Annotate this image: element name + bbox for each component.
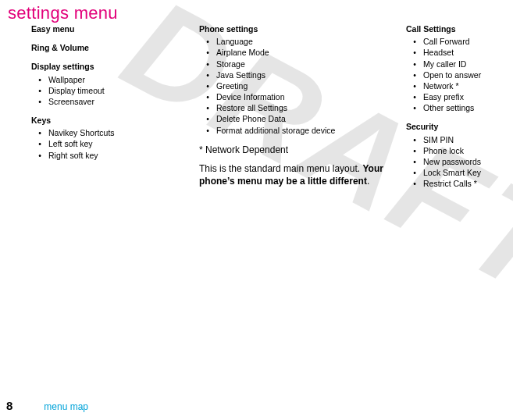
footnote-network: * Network Dependent — [199, 144, 394, 156]
bullet-icon: • — [406, 145, 423, 156]
bullet-icon: • — [406, 59, 423, 69]
bullet-icon: • — [199, 125, 216, 136]
item-label: Lock Smart Key — [423, 167, 481, 178]
bullet-icon: • — [406, 134, 423, 145]
group-keys: Keys •Navikey Shortcuts •Left soft key •… — [31, 115, 199, 161]
list-item: •Delete Phone Data — [199, 113, 394, 124]
item-label: Language — [216, 36, 253, 47]
item-label: Easy prefix — [423, 91, 464, 102]
column-1: Easy menu Ring & Volume Display settings… — [31, 23, 199, 197]
bullet-icon: • — [406, 102, 423, 113]
bullet-icon: • — [199, 36, 216, 47]
list-item: •Navikey Shortcuts — [31, 127, 199, 138]
bullet-icon: • — [199, 80, 216, 91]
bullet-icon: • — [31, 96, 48, 107]
heading: Easy menu — [31, 23, 199, 34]
bullet-icon: • — [31, 127, 48, 138]
heading: Security — [406, 121, 505, 132]
list-item: •Headset — [406, 47, 505, 58]
bullet-icon: • — [406, 167, 423, 178]
bullet-icon: • — [199, 59, 216, 69]
list-item: •Language — [199, 36, 394, 47]
columns-container: Easy menu Ring & Volume Display settings… — [31, 23, 505, 197]
heading: Phone settings — [199, 23, 394, 34]
item-label: Restrict Calls * — [423, 178, 477, 189]
list-item: •SIM PIN — [406, 134, 505, 145]
list-item: •Format additional storage device — [199, 125, 394, 136]
item-label: Delete Phone Data — [216, 113, 286, 124]
item-label: Airplane Mode — [216, 47, 269, 58]
list-item: •Airplane Mode — [199, 47, 394, 58]
list-item: •Wallpaper — [31, 74, 199, 85]
bullet-icon: • — [406, 178, 423, 189]
item-label: Java Settings — [216, 69, 265, 80]
bullet-icon: • — [199, 91, 216, 102]
bullet-icon: • — [406, 156, 423, 167]
list-item: •Screensaver — [31, 96, 199, 107]
footer: 8 menu map — [6, 399, 88, 412]
item-label: Wallpaper — [48, 74, 85, 85]
item-label: Left soft key — [48, 138, 93, 149]
bullet-icon: • — [199, 113, 216, 124]
group-display-settings: Display settings •Wallpaper •Display tim… — [31, 61, 199, 107]
footnote-text-1: This is the standard main menu layout. — [199, 163, 362, 174]
item-label: SIM PIN — [423, 134, 454, 145]
item-label: Phone lock — [423, 145, 464, 156]
column-3: Call Settings •Call Forward •Headset •My… — [406, 23, 505, 197]
list-item: •Device Information — [199, 91, 394, 102]
bullet-icon: • — [31, 74, 48, 85]
bullet-icon: • — [199, 69, 216, 80]
bullet-icon: • — [199, 102, 216, 113]
heading: Keys — [31, 115, 199, 126]
heading: Call Settings — [406, 23, 505, 34]
bullet-icon: • — [406, 91, 423, 102]
bullet-icon: • — [199, 47, 216, 58]
bullet-icon: • — [31, 138, 48, 149]
list-item: •Storage — [199, 59, 394, 69]
item-label: My caller ID — [423, 59, 466, 69]
item-label: Navikey Shortcuts — [48, 127, 115, 138]
item-label: New passwords — [423, 156, 481, 167]
item-label: Call Forward — [423, 36, 470, 47]
list-item: •Network * — [406, 80, 505, 91]
item-label: Screensaver — [48, 96, 94, 107]
list-item: •Easy prefix — [406, 91, 505, 102]
item-label: Device Information — [216, 91, 285, 102]
list-item: •Java Settings — [199, 69, 394, 80]
item-label: Restore all Settings — [216, 102, 287, 113]
page-title: settings menu — [8, 3, 118, 23]
footnote-layout: This is the standard main menu layout. Y… — [199, 162, 394, 187]
footnote-text-2: . — [367, 176, 369, 187]
list-item: •Greeting — [199, 80, 394, 91]
bullet-icon: • — [406, 47, 423, 58]
list-item: •Left soft key — [31, 138, 199, 149]
item-label: Greeting — [216, 80, 248, 91]
item-label: Format additional storage device — [216, 125, 335, 136]
list-item: •Lock Smart Key — [406, 167, 505, 178]
group-call-settings: Call Settings •Call Forward •Headset •My… — [406, 23, 505, 113]
list-item: •New passwords — [406, 156, 505, 167]
list-item: •Right soft key — [31, 150, 199, 161]
group-phone-settings: Phone settings •Language •Airplane Mode … — [199, 23, 394, 136]
item-label: Network * — [423, 80, 459, 91]
list-item: •Display timeout — [31, 85, 199, 96]
item-label: Display timeout — [48, 85, 105, 96]
group-easy-menu: Easy menu — [31, 23, 199, 34]
bullet-icon: • — [406, 69, 423, 80]
list-item: •My caller ID — [406, 59, 505, 69]
list-item: •Phone lock — [406, 145, 505, 156]
heading: Display settings — [31, 61, 199, 72]
bullet-icon: • — [31, 150, 48, 161]
list-item: •Open to answer — [406, 69, 505, 80]
list-item: •Restore all Settings — [199, 102, 394, 113]
group-security: Security •SIM PIN •Phone lock •New passw… — [406, 121, 505, 189]
item-label: Right soft key — [48, 150, 98, 161]
bullet-icon: • — [31, 85, 48, 96]
item-label: Headset — [423, 47, 454, 58]
item-label: Storage — [216, 59, 245, 69]
list-item: •Restrict Calls * — [406, 178, 505, 189]
list-item: •Call Forward — [406, 36, 505, 47]
bullet-icon: • — [406, 80, 423, 91]
item-label: Other settings — [423, 102, 474, 113]
group-ring-volume: Ring & Volume — [31, 42, 199, 53]
